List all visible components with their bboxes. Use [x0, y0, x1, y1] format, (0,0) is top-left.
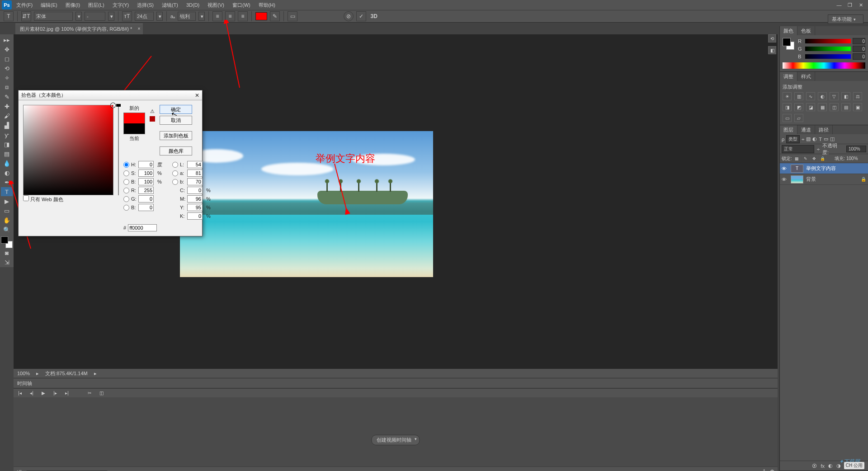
- menu-view[interactable]: 视图(V): [204, 1, 228, 9]
- wand-tool[interactable]: ✧: [1, 73, 13, 82]
- opacity-value[interactable]: 100%: [846, 146, 866, 152]
- filter-shape-icon[interactable]: ▭: [824, 136, 828, 142]
- tl-last-icon[interactable]: ▸|: [63, 390, 71, 396]
- adj-balance-icon[interactable]: ⚖: [853, 92, 862, 100]
- eyedropper-tool[interactable]: ✎: [1, 92, 13, 101]
- link-layers-icon[interactable]: ⦿: [812, 463, 817, 469]
- adj-hue-icon[interactable]: ◧: [841, 92, 850, 100]
- r-input[interactable]: [138, 187, 154, 194]
- eraser-tool[interactable]: ◨: [1, 140, 13, 149]
- b-value[interactable]: [853, 53, 865, 60]
- color-field-cursor[interactable]: [111, 103, 115, 108]
- tl-cut-icon[interactable]: ✂: [86, 390, 93, 396]
- text-color-swatch[interactable]: [255, 12, 267, 20]
- radio-s[interactable]: [123, 170, 129, 176]
- g-value[interactable]: [853, 46, 865, 52]
- menu-layer[interactable]: 图层(L): [85, 1, 108, 9]
- r-slider[interactable]: [805, 39, 851, 43]
- menu-3d[interactable]: 3D(D): [183, 1, 203, 9]
- layer-name[interactable]: 背景: [806, 176, 816, 183]
- menu-edit[interactable]: 编辑(E): [37, 1, 61, 9]
- tl-prev-icon[interactable]: ◂|: [28, 390, 35, 396]
- doc-info[interactable]: 文档:875.4K/1.14M: [45, 370, 88, 377]
- menu-window[interactable]: 窗口(W): [229, 1, 254, 9]
- shape-tool[interactable]: ▭: [1, 206, 13, 215]
- panel-fgbg-swatch[interactable]: [783, 38, 794, 50]
- lock-paint-icon[interactable]: ✎: [802, 155, 809, 162]
- tab-layers[interactable]: 图层: [780, 125, 797, 134]
- 3d-icon[interactable]: 3D: [369, 11, 379, 21]
- menu-select[interactable]: 选择(S): [133, 1, 157, 9]
- dialog-titlebar[interactable]: 拾色器（文本颜色） ✕: [19, 90, 202, 100]
- g-slider[interactable]: [805, 47, 851, 51]
- visibility-icon[interactable]: 👁: [782, 166, 788, 171]
- radio-r[interactable]: [123, 188, 129, 193]
- filter-smart-icon[interactable]: ◫: [830, 136, 835, 142]
- text-orientation-icon[interactable]: ⇵T: [21, 11, 31, 21]
- workspace-switcher[interactable]: 基本功能: [828, 14, 863, 24]
- filter-adjust-icon[interactable]: ◐: [812, 136, 817, 142]
- gamut-warning-icon[interactable]: ⚠: [150, 108, 155, 114]
- s-input[interactable]: [138, 170, 154, 177]
- radio-h[interactable]: [123, 162, 129, 168]
- fg-bg-swatch[interactable]: [1, 236, 13, 248]
- radio-b[interactable]: [172, 179, 178, 185]
- gamut-color-icon[interactable]: [150, 116, 155, 122]
- font-family-select[interactable]: 宋体: [34, 12, 73, 21]
- maximize-icon[interactable]: ❐: [844, 1, 855, 9]
- h-input[interactable]: [138, 161, 154, 168]
- blur-tool[interactable]: 💧: [1, 159, 13, 168]
- lock-all-icon[interactable]: 🔒: [819, 155, 826, 162]
- dodge-tool[interactable]: ◐: [1, 168, 13, 177]
- adj-exposure-icon[interactable]: ◐: [818, 92, 827, 100]
- visibility-icon[interactable]: 👁: [782, 177, 788, 182]
- blend-mode-select[interactable]: 正常: [782, 145, 814, 153]
- canvas-text[interactable]: 举例文字内容: [316, 152, 375, 165]
- antialias-select[interactable]: 锐利: [178, 12, 196, 21]
- screenmode-tool[interactable]: ⇲: [1, 258, 13, 267]
- g-input[interactable]: [138, 195, 154, 203]
- minimize-icon[interactable]: —: [834, 1, 844, 9]
- zoom-dropdown-icon[interactable]: ▸: [36, 371, 39, 377]
- cancel-edit-icon[interactable]: ⊘: [344, 11, 354, 21]
- menu-image[interactable]: 图像(I): [62, 1, 84, 9]
- filter-type-icon[interactable]: T: [819, 137, 822, 142]
- crop-tool[interactable]: ⧈: [1, 83, 13, 92]
- tl-delete-icon[interactable]: 🗑: [770, 469, 775, 471]
- adj-levels-icon[interactable]: ▥: [794, 92, 803, 100]
- align-right-icon[interactable]: ≡: [238, 11, 248, 21]
- adj-brightness-icon[interactable]: ☀: [783, 92, 792, 100]
- hex-input[interactable]: [128, 224, 157, 231]
- b-slider[interactable]: [805, 54, 851, 59]
- font-size-select[interactable]: 24点: [135, 12, 154, 21]
- char-panel-icon[interactable]: ▭: [288, 11, 297, 21]
- warp-text-icon[interactable]: ✎: [270, 11, 280, 21]
- lasso-tool[interactable]: ⟲: [1, 64, 13, 73]
- ok-button[interactable]: 确定: [160, 105, 192, 114]
- tl-play-icon[interactable]: ▶: [40, 390, 47, 396]
- y-input[interactable]: [187, 204, 203, 211]
- adj-thresh-icon[interactable]: ▣: [853, 103, 862, 111]
- tab-swatches[interactable]: 色板: [797, 26, 815, 35]
- m-input[interactable]: [187, 195, 203, 203]
- web-only-checkbox[interactable]: 只有 Web 颜色: [23, 197, 63, 202]
- tl-zoom-out-icon[interactable]: ▵▿: [16, 468, 22, 471]
- pen-tool[interactable]: ✒: [1, 178, 13, 187]
- stamp-tool[interactable]: ▟: [1, 121, 13, 130]
- zoom-level[interactable]: 100%: [17, 371, 30, 376]
- adj-mixer-icon[interactable]: ◪: [806, 103, 815, 111]
- adj-poster-icon[interactable]: ▤: [841, 103, 850, 111]
- type-tool[interactable]: T: [1, 187, 13, 196]
- align-left-icon[interactable]: ≡: [212, 11, 222, 21]
- fill-value[interactable]: 100%: [846, 156, 866, 161]
- tab-channels[interactable]: 通道: [797, 125, 815, 134]
- add-swatch-button[interactable]: 添加到色板: [160, 131, 192, 140]
- tab-color[interactable]: 颜色: [780, 26, 797, 35]
- tab-close-icon[interactable]: ×: [138, 26, 141, 31]
- font-size-dropdown-icon[interactable]: ▾: [156, 12, 163, 21]
- align-center-icon[interactable]: ≡: [225, 11, 235, 21]
- close-icon[interactable]: ✕: [855, 1, 866, 9]
- antialias-dropdown-icon[interactable]: ▾: [198, 12, 205, 21]
- layer-name[interactable]: 举例文字内容: [806, 165, 836, 172]
- fx-icon[interactable]: fx: [821, 463, 825, 469]
